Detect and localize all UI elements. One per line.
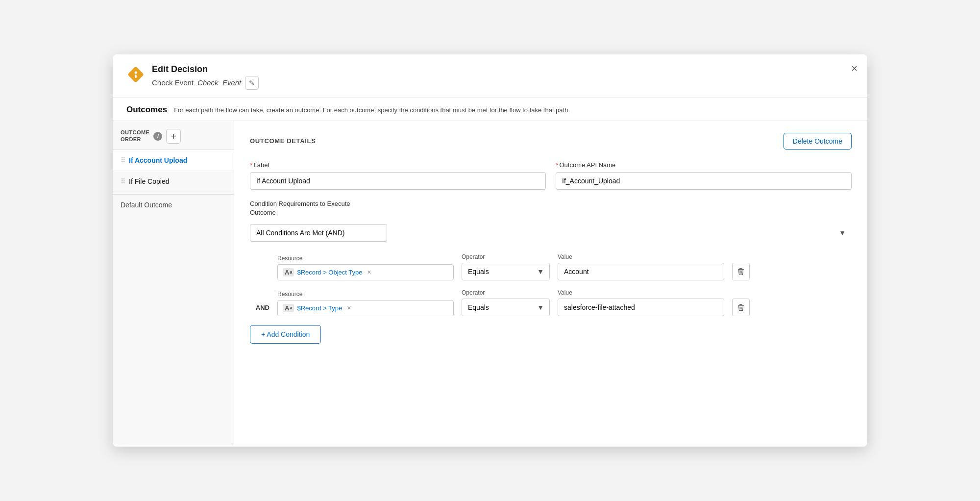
operator-select-wrapper-1: Equals Not Equal To Contains Is Null ▼ <box>462 263 550 280</box>
resource-tag-1: $Record > Object Type <box>297 269 362 276</box>
condition-row-1: Resource Aa $Record > Object Type × Oper… <box>250 253 852 280</box>
sidebar-item-if-account-upload[interactable]: ⠿ If Account Upload <box>113 150 234 171</box>
detail-header: OUTCOME DETAILS Delete Outcome <box>250 133 852 150</box>
value-label-2: Value <box>558 289 724 296</box>
api-name-label-text: Outcome API Name <box>559 161 615 169</box>
sidebar: OUTCOMEORDER i + ⠿ If Account Upload ⠿ I… <box>113 121 234 445</box>
conditions-area: Resource Aa $Record > Object Type × Oper… <box>250 253 852 344</box>
outcomes-header: Outcomes For each path the flow can take… <box>113 98 867 121</box>
detail-panel: OUTCOME DETAILS Delete Outcome * Label *… <box>234 121 867 445</box>
condition-requirements-select[interactable]: All Conditions Are Met (AND) Any Conditi… <box>250 224 387 242</box>
label-text: Label <box>253 161 269 169</box>
modal-header: Edit Decision Check Event Check_Event ✎ … <box>113 54 867 98</box>
api-name-input[interactable] <box>556 172 852 190</box>
and-label: AND <box>256 304 270 311</box>
drag-handle-icon: ⠿ <box>121 157 125 164</box>
resource-field-1: Resource Aa $Record > Object Type × <box>277 255 454 280</box>
svg-rect-2 <box>135 75 137 78</box>
title-block: Edit Decision Check Event Check_Event ✎ <box>152 64 259 90</box>
drag-handle-icon: ⠿ <box>121 178 125 185</box>
api-name-field-label: * Outcome API Name <box>556 161 852 169</box>
operator-field-2: Operator Equals Not Equal To Contains Is… <box>462 289 550 316</box>
required-star-api: * <box>556 161 558 169</box>
resource-remove-1[interactable]: × <box>368 268 371 276</box>
condition-connector-1 <box>250 276 270 280</box>
operator-label-2: Operator <box>462 289 550 296</box>
select-arrow-icon: ▼ <box>839 229 846 237</box>
resource-type-icon-2: Aa <box>283 304 294 312</box>
svg-rect-4 <box>738 269 744 270</box>
add-outcome-button[interactable]: + <box>166 129 181 144</box>
required-star: * <box>250 161 252 169</box>
svg-rect-3 <box>739 268 742 269</box>
outcomes-description: For each path the flow can take, create … <box>174 106 570 114</box>
default-outcome-label: Default Outcome <box>121 201 172 209</box>
value-field-2: Value <box>558 289 724 316</box>
add-condition-button[interactable]: + Add Condition <box>250 325 321 344</box>
value-label-1: Value <box>558 253 724 260</box>
operator-field-1: Operator Equals Not Equal To Contains Is… <box>462 253 550 280</box>
sidebar-item-label: If Account Upload <box>129 156 187 164</box>
sidebar-item-label: If File Copied <box>129 177 169 185</box>
api-name-field-group: * Outcome API Name <box>556 161 852 190</box>
detail-section-title: OUTCOME DETAILS <box>250 137 316 145</box>
trash-icon-2 <box>737 303 745 311</box>
label-input[interactable] <box>250 172 546 190</box>
resource-input-1[interactable]: Aa $Record > Object Type × <box>277 264 454 280</box>
outcome-order-label: OUTCOMEORDER <box>121 129 149 142</box>
value-input-2[interactable] <box>558 299 724 316</box>
value-field-1: Value <box>558 253 724 280</box>
resource-label-1: Resource <box>277 255 454 262</box>
outcomes-title: Outcomes <box>126 105 167 115</box>
resource-input-2[interactable]: Aa $Record > Type × <box>277 300 454 316</box>
condition-requirements-wrapper: All Conditions Are Met (AND) Any Conditi… <box>250 224 852 242</box>
delete-row-button-2[interactable] <box>732 299 750 316</box>
resource-label-2: Resource <box>277 291 454 298</box>
modal-subtitle: Check Event Check_Event ✎ <box>152 76 259 90</box>
resource-type-icon-1: Aa <box>283 268 294 276</box>
edit-name-button[interactable]: ✎ <box>245 76 259 90</box>
header-icon <box>126 65 145 84</box>
edit-decision-modal: Edit Decision Check Event Check_Event ✎ … <box>113 54 867 447</box>
label-field-label: * Label <box>250 161 546 169</box>
label-field-group: * Label <box>250 161 546 190</box>
value-input-1[interactable] <box>558 263 724 280</box>
sidebar-item-if-file-copied[interactable]: ⠿ If File Copied <box>113 171 234 192</box>
label-api-row: * Label * Outcome API Name <box>250 161 852 190</box>
svg-rect-8 <box>739 304 742 305</box>
resource-remove-2[interactable]: × <box>347 304 351 312</box>
sidebar-item-default-outcome[interactable]: Default Outcome <box>113 194 234 215</box>
condition-row-2: AND Resource Aa $Record > Type × <box>250 289 852 316</box>
resource-field-2: Resource Aa $Record > Type × <box>277 291 454 316</box>
outcome-order-header: OUTCOMEORDER i + <box>113 121 234 150</box>
subtitle-api: Check_Event <box>197 78 241 87</box>
trash-icon-1 <box>737 268 745 276</box>
operator-select-2[interactable]: Equals Not Equal To Contains Is Null <box>462 299 550 316</box>
operator-select-wrapper-2: Equals Not Equal To Contains Is Null ▼ <box>462 299 550 316</box>
condition-connector-2: AND <box>250 304 270 316</box>
close-button[interactable]: × <box>851 63 858 74</box>
modal-title: Edit Decision <box>152 64 259 75</box>
operator-select-1[interactable]: Equals Not Equal To Contains Is Null <box>462 263 550 280</box>
main-content: OUTCOMEORDER i + ⠿ If Account Upload ⠿ I… <box>113 121 867 445</box>
condition-requirements-label: Condition Requirements to ExecuteOutcome <box>250 200 852 217</box>
svg-point-1 <box>135 72 137 74</box>
info-icon: i <box>153 132 162 141</box>
svg-rect-9 <box>738 305 744 306</box>
delete-outcome-button[interactable]: Delete Outcome <box>784 133 852 150</box>
resource-tag-2: $Record > Type <box>297 304 342 312</box>
operator-label-1: Operator <box>462 253 550 260</box>
condition-requirements-group: Condition Requirements to ExecuteOutcome… <box>250 200 852 242</box>
subtitle-text: Check Event <box>152 78 194 87</box>
delete-row-button-1[interactable] <box>732 263 750 280</box>
